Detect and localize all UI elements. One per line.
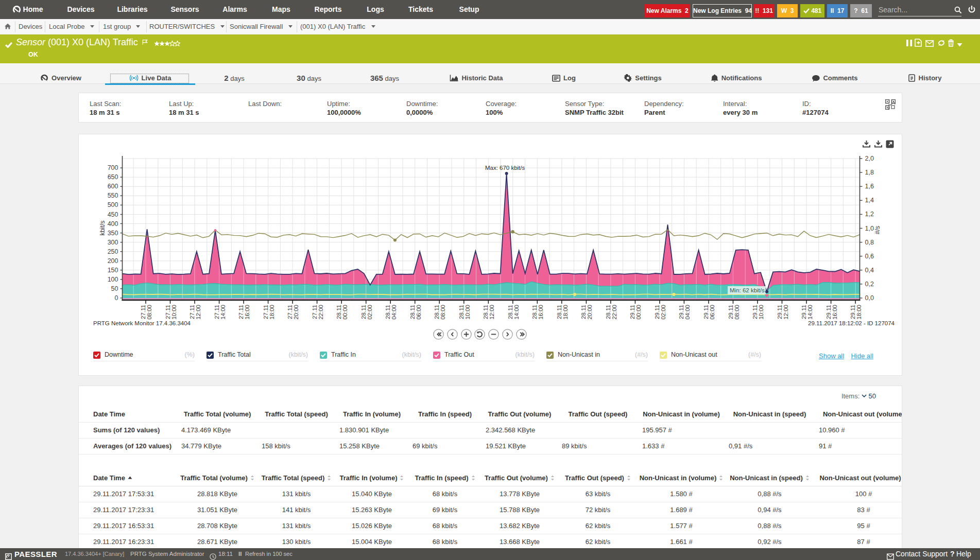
svg-text:550: 550	[108, 192, 118, 199]
svg-text:29.11: 29.11	[703, 305, 709, 319]
svg-text:50: 50	[111, 285, 118, 292]
svg-text:28.11: 28.11	[605, 305, 611, 319]
svg-text:600: 600	[108, 183, 118, 190]
svg-text:1,0: 1,0	[865, 225, 874, 232]
svg-text:16:00: 16:00	[538, 305, 544, 320]
svg-text:0,6: 0,6	[865, 253, 874, 260]
svg-text:0,0: 0,0	[865, 294, 874, 302]
svg-text:10:00: 10:00	[758, 305, 764, 320]
svg-text:00:00: 00:00	[635, 305, 642, 320]
svg-text:Min: 62 kbit/s: Min: 62 kbit/s	[730, 287, 765, 293]
svg-text:29.11: 29.11	[629, 305, 635, 319]
svg-text:22:00: 22:00	[611, 305, 617, 320]
svg-text:28.11: 28.11	[483, 305, 489, 319]
svg-text:28.11: 28.11	[434, 305, 440, 319]
svg-text:10:00: 10:00	[465, 305, 471, 320]
svg-text:27.11: 27.11	[189, 305, 195, 319]
svg-text:28.11: 28.11	[507, 305, 513, 319]
svg-text:20:00: 20:00	[587, 305, 593, 320]
svg-text:29.11: 29.11	[801, 305, 807, 319]
svg-text:12:00: 12:00	[783, 305, 789, 320]
svg-text:29.11: 29.11	[826, 305, 832, 319]
svg-text:28.11: 28.11	[385, 305, 391, 319]
svg-text:27.11: 27.11	[165, 305, 171, 319]
svg-text:28.11: 28.11	[531, 305, 538, 319]
svg-text:650: 650	[108, 173, 118, 181]
svg-text:18:00: 18:00	[856, 305, 862, 320]
svg-text:04:00: 04:00	[684, 305, 691, 320]
svg-text:02:00: 02:00	[660, 305, 666, 320]
svg-text:kbit/s: kbit/s	[99, 220, 106, 235]
svg-text:29.11: 29.11	[752, 305, 758, 319]
svg-text:28.11: 28.11	[409, 305, 416, 319]
svg-text:28.11: 28.11	[556, 305, 562, 319]
svg-text:0,2: 0,2	[865, 281, 874, 288]
svg-text:27.11: 27.11	[287, 305, 293, 319]
svg-text:27.11: 27.11	[312, 305, 318, 319]
svg-text:18:00: 18:00	[562, 305, 569, 320]
svg-text:28.11: 28.11	[458, 305, 465, 319]
svg-text:400: 400	[108, 220, 118, 227]
svg-text:300: 300	[108, 239, 118, 246]
svg-text:27.11: 27.11	[263, 305, 269, 319]
svg-text:1,8: 1,8	[865, 169, 874, 176]
svg-text:350: 350	[108, 230, 118, 237]
svg-text:200: 200	[108, 257, 118, 265]
svg-text:PRTG Network Monitor 17.4.36.3: PRTG Network Monitor 17.4.36.3404	[93, 320, 191, 326]
svg-text:06:00: 06:00	[416, 305, 422, 320]
svg-text:29.11: 29.11	[678, 305, 684, 319]
svg-text:00:00: 00:00	[342, 305, 348, 320]
svg-text:29.11: 29.11	[850, 305, 856, 319]
svg-text:28.11: 28.11	[360, 305, 367, 319]
svg-text:04:00: 04:00	[391, 305, 397, 320]
svg-text:14:00: 14:00	[220, 305, 226, 320]
svg-text:150: 150	[108, 267, 118, 274]
svg-text:450: 450	[108, 211, 118, 218]
svg-text:28.11: 28.11	[336, 305, 342, 319]
svg-text:2,0: 2,0	[865, 155, 874, 162]
svg-text:22:00: 22:00	[318, 305, 324, 320]
svg-text:1,2: 1,2	[865, 211, 874, 218]
svg-text:20:00: 20:00	[293, 305, 299, 320]
svg-text:08:00: 08:00	[440, 305, 446, 320]
svg-text:Max: 670 kbit/s: Max: 670 kbit/s	[485, 165, 525, 171]
svg-text:29.11: 29.11	[777, 305, 783, 319]
svg-text:14:00: 14:00	[807, 305, 813, 320]
svg-text:29.11: 29.11	[728, 305, 734, 319]
svg-text:1,6: 1,6	[865, 183, 874, 190]
svg-text:29.11: 29.11	[654, 305, 660, 319]
svg-text:18:00: 18:00	[269, 305, 275, 320]
svg-text:12:00: 12:00	[195, 305, 201, 320]
svg-text:#/s: #/s	[874, 226, 881, 235]
svg-text:1,4: 1,4	[865, 197, 874, 204]
svg-text:10:00: 10:00	[171, 305, 177, 320]
svg-text:16:00: 16:00	[244, 305, 250, 320]
svg-text:16:00: 16:00	[832, 305, 838, 320]
svg-text:12:00: 12:00	[489, 305, 495, 320]
svg-text:700: 700	[108, 164, 118, 171]
svg-text:0: 0	[115, 294, 118, 302]
svg-text:100: 100	[108, 276, 118, 283]
svg-text:500: 500	[108, 201, 118, 208]
svg-text:0,8: 0,8	[865, 239, 874, 246]
svg-text:08:00: 08:00	[146, 305, 152, 320]
svg-text:250: 250	[108, 248, 118, 255]
svg-text:27.11: 27.11	[140, 305, 146, 319]
svg-text:02:00: 02:00	[367, 305, 373, 320]
svg-text:27.11: 27.11	[238, 305, 244, 319]
svg-text:29.11.2017 18:12:02 - ID 12707: 29.11.2017 18:12:02 - ID 127074	[808, 320, 895, 326]
svg-text:28.11: 28.11	[580, 305, 587, 319]
svg-text:27.11: 27.11	[214, 305, 220, 319]
svg-text:08:00: 08:00	[734, 305, 740, 320]
svg-text:14:00: 14:00	[513, 305, 520, 320]
svg-text:0,4: 0,4	[865, 267, 874, 274]
svg-text:06:00: 06:00	[709, 305, 715, 320]
